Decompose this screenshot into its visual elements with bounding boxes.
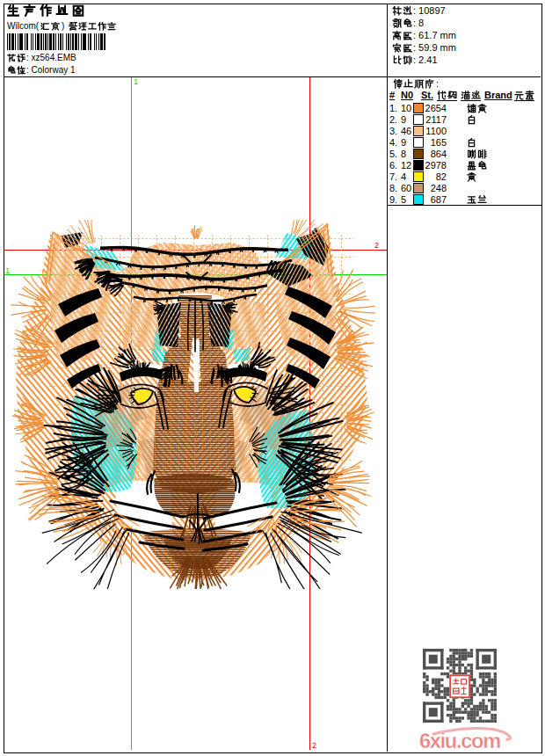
svg-text:6xiu.com: 6xiu.com bbox=[419, 730, 500, 752]
